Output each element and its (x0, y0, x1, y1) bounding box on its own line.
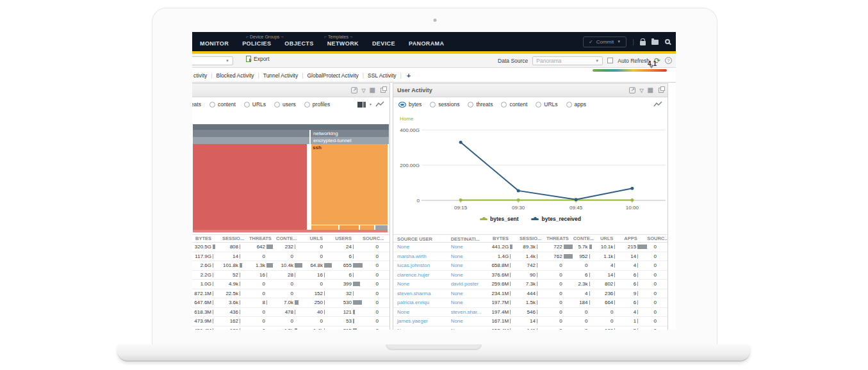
tab-globalprotect-activity[interactable]: GlobalProtect Activity (307, 72, 358, 79)
column-header[interactable]: SOURCE USER (393, 235, 447, 242)
commit-button[interactable]: ✓ Commit ▼ (583, 36, 626, 47)
treemap-block-small-2[interactable] (340, 225, 359, 230)
column-header[interactable]: URLS (304, 235, 334, 242)
popout-icon[interactable] (629, 87, 635, 93)
radio-content[interactable]: content (209, 101, 236, 108)
save-config-button[interactable]: ▼ (651, 38, 659, 45)
radio-threats[interactable]: threats (468, 101, 493, 108)
treemap-view-icon[interactable] (357, 102, 366, 108)
tab-ssl-activity[interactable]: SSL Activity (368, 72, 397, 79)
table-row[interactable]: 2.2G5216281660 (192, 271, 389, 280)
table-row[interactable]: 451.4M18904.3k1.4k3150 (192, 326, 389, 330)
radio-sessions[interactable]: sessions (430, 101, 459, 108)
nav-item-device[interactable]: DEVICE (372, 36, 395, 47)
treemap-block-small-1[interactable] (311, 225, 338, 230)
column-header[interactable]: THREATS (546, 235, 573, 242)
table-row[interactable]: 117.9G1400060 (192, 252, 389, 262)
table-row[interactable]: 647.6M3.6k87.0k2505300 (192, 298, 389, 308)
nav-item-monitor[interactable]: MONITOR (200, 36, 229, 47)
user-link[interactable]: None (393, 243, 447, 252)
treemap-block-ssh[interactable] (311, 144, 388, 225)
column-header[interactable]: SOURC... (363, 235, 389, 242)
user-link[interactable]: clarence.hujer (393, 271, 447, 280)
table-row[interactable]: 473.9M162000530 (192, 317, 389, 326)
user-link[interactable]: None (447, 326, 487, 330)
tab-blocked-activity[interactable]: Blocked Activity (216, 72, 254, 79)
column-header[interactable]: DESTINATI... (447, 235, 487, 242)
user-link[interactable]: None (447, 317, 487, 326)
user-link[interactable]: None (447, 261, 487, 270)
table-row[interactable]: lucas.johnstonNone658.8M74200440 (393, 261, 667, 271)
table-row[interactable]: steven.sharmaNone234.1M4440423690 (393, 289, 667, 299)
nav-item-network[interactable]: NETWORK (327, 36, 359, 47)
column-header[interactable]: USERS (334, 235, 363, 242)
table-row[interactable]: NoneNone441.2G89.3k7225.7k10.1k2150 (393, 243, 667, 252)
column-header[interactable]: CONTE... (276, 235, 304, 242)
table-row[interactable]: 872.1M22.5k00152320 (192, 289, 389, 299)
radio-urls[interactable]: URLs (536, 101, 557, 108)
user-link[interactable]: None (393, 326, 447, 330)
table-row[interactable]: 618.3M4360478401210 (192, 308, 389, 318)
radio-apps[interactable]: apps (566, 101, 586, 108)
user-link[interactable]: david.poster (447, 280, 487, 289)
radio-reats[interactable]: reats (192, 101, 201, 108)
breadcrumb[interactable]: Home (400, 116, 413, 122)
user-link[interactable]: steven.sharma (393, 289, 447, 298)
nav-item-policies[interactable]: POLICIES (242, 36, 271, 47)
filter-icon[interactable]: ▽ (361, 88, 365, 93)
table-row[interactable]: 320.5G8086422320240 (192, 243, 389, 252)
table-row[interactable]: NoneNone152.4M1410010950 (393, 326, 667, 330)
add-tab-button[interactable]: + (407, 72, 411, 79)
export-button[interactable]: Export (246, 56, 270, 62)
table-row[interactable]: 2.6G101.8k1.3k10.4k64.8k6550 (192, 261, 389, 271)
user-link[interactable]: patricia.enriqu (393, 298, 447, 307)
table-row[interactable]: patricia.enriquNone197.7M1.5k018466460 (393, 298, 667, 308)
table-row[interactable]: 1.0G4.9k0003990 (192, 280, 389, 289)
user-link[interactable]: marsha.wirth (393, 252, 447, 261)
treemap-block-red[interactable] (193, 144, 307, 230)
view-select[interactable]: ▼ (192, 56, 233, 65)
nav-item-panorama[interactable]: PANORAMA (409, 36, 445, 47)
user-link[interactable]: lucas.johnston (393, 261, 447, 270)
user-link[interactable]: None (447, 289, 487, 298)
popout-icon[interactable] (351, 87, 357, 93)
table-row[interactable]: james.yaegerNone167.1M1400010 (393, 317, 667, 326)
column-header[interactable]: SESSIO... (222, 235, 249, 242)
column-header[interactable]: SESSIO... (520, 235, 546, 242)
lock-icon[interactable] (640, 41, 646, 45)
user-link[interactable]: steven.shar... (447, 308, 487, 317)
column-header[interactable]: BYTES (486, 235, 520, 242)
table-row[interactable]: Nonedavid.poster259.6M7.3k02.3k80260 (393, 280, 667, 289)
filter-icon[interactable]: ▽ (639, 88, 643, 93)
user-link[interactable]: james.yaeger (393, 317, 447, 326)
treemap-block-small-4[interactable] (375, 225, 388, 230)
table-row[interactable]: Nonesteven.shar...197.4M54600040 (393, 308, 667, 318)
radio-users[interactable]: users (274, 101, 296, 108)
maximize-icon[interactable] (381, 88, 386, 93)
tab-tunnel-activity[interactable]: Tunnel Activity (263, 72, 299, 79)
column-header[interactable]: BYTES (192, 235, 222, 242)
radio-content[interactable]: content (501, 101, 527, 108)
radio-urls[interactable]: URLs (244, 101, 266, 108)
column-header[interactable]: THREATS (249, 235, 276, 242)
line-chart-view-icon[interactable] (653, 101, 662, 108)
radio-bytes[interactable]: bytes (398, 101, 422, 108)
table-row[interactable]: marsha.wirthNone1.4G1.4k7629521.1k140 (393, 252, 667, 262)
column-header[interactable]: URLS (599, 235, 625, 242)
user-link[interactable]: None (447, 298, 487, 307)
user-link[interactable]: None (447, 271, 487, 280)
tab-ctivity[interactable]: ctivity (193, 72, 207, 79)
user-link[interactable]: None (447, 252, 487, 261)
user-link[interactable]: None (447, 243, 487, 252)
column-header[interactable]: CONTE... (573, 235, 599, 242)
user-link[interactable]: None (393, 280, 447, 289)
line-chart-view-icon[interactable] (375, 101, 384, 108)
column-header[interactable]: SOURC... (647, 235, 667, 242)
table-view-icon[interactable]: ▦ (648, 87, 653, 93)
radio-profiles[interactable]: profiles (304, 101, 330, 108)
column-header[interactable]: APPS (624, 235, 647, 242)
user-link[interactable]: None (393, 308, 447, 317)
treemap-block-small-3[interactable] (360, 225, 374, 230)
search-icon[interactable] (665, 39, 670, 44)
table-row[interactable]: clarence.hujerNone376.6M90061460 (393, 271, 667, 280)
